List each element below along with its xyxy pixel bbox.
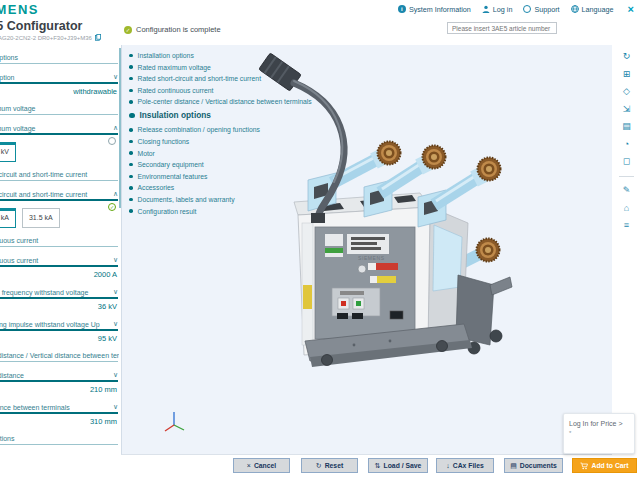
configuration-steps: Installation options Rated maximum volta…: [129, 52, 312, 219]
field-header[interactable]: Pole-center distance ∨: [0, 371, 118, 379]
field-header[interactable]: Rated maximum voltage ∧: [0, 124, 118, 132]
system-information-link[interactable]: i System Information: [398, 5, 471, 14]
documents-button[interactable]: ▤ Documents: [504, 458, 563, 473]
field-header[interactable]: Installation option ∨: [0, 73, 118, 81]
operations-counter: [390, 311, 403, 319]
off-button-red: [341, 301, 346, 306]
info-icon: i: [398, 5, 406, 13]
axes-triad: [165, 412, 184, 431]
option-chip[interactable]: 31.5 kA: [22, 208, 60, 228]
field-rated-maximum-voltage: Rated maximum voltage ∧ 12 kV: [0, 124, 118, 162]
support-link[interactable]: Support: [523, 5, 559, 14]
toolbar-divider: [619, 176, 634, 177]
field-header[interactable]: Rated short-circuit and short-time curre…: [0, 190, 118, 198]
reset-icon: ↻: [316, 462, 322, 470]
step-closing-functions[interactable]: Closing functions: [129, 138, 312, 145]
green-label-base: [325, 253, 343, 257]
viewer-menu-icon[interactable]: ≡: [620, 220, 634, 231]
radio-unselected-icon[interactable]: [108, 137, 116, 145]
field-value: 36 kV: [0, 299, 118, 311]
step-rated-maximum-voltage[interactable]: Rated maximum voltage: [129, 64, 312, 71]
step-release-combination[interactable]: Release combination / opening functions: [129, 126, 312, 133]
field-pole-center-distance: Pole-center distance ∨ 210 mm: [0, 371, 118, 394]
step-installation-options[interactable]: Installation options: [129, 52, 312, 59]
cancel-button[interactable]: × Cancel: [233, 458, 290, 473]
close-icon[interactable]: ×: [628, 4, 634, 14]
step-environmental-features[interactable]: Environmental features: [129, 173, 312, 180]
radio-selected-icon[interactable]: ✓: [108, 203, 116, 211]
pole-insulator-3: [434, 158, 501, 206]
login-for-price-link[interactable]: Log In for Price >: [569, 420, 629, 427]
field-header[interactable]: Rated power frequency withstand voltage …: [0, 288, 118, 296]
field-label: Pole-center distance: [0, 372, 24, 379]
sidebar-scrollbar[interactable]: [119, 48, 121, 208]
load-save-button[interactable]: ⇅ Load / Save: [368, 458, 428, 473]
field-installation-option: Installation option ∨ withdrawable: [0, 73, 118, 96]
green-label: [325, 248, 343, 253]
step-rated-continuous-current[interactable]: Rated continuous current: [129, 87, 312, 94]
chevron-down-icon[interactable]: ∨: [113, 454, 118, 455]
page-title: 3AE5 Configurator: [0, 19, 82, 33]
step-motor[interactable]: Motor: [129, 150, 312, 157]
orbit-view-icon[interactable]: ◇: [620, 86, 634, 97]
chevron-down-icon[interactable]: ∨: [113, 256, 118, 264]
rotate-view-icon[interactable]: ↻: [620, 51, 634, 62]
field-header[interactable]: Rated lightning impulse withstand voltag…: [0, 320, 118, 328]
step-label: Closing functions: [138, 138, 190, 145]
article-number-input[interactable]: [447, 22, 557, 34]
fit-view-icon[interactable]: ⇲: [620, 104, 634, 115]
step-bullet-icon: [129, 198, 133, 202]
step-bullet-icon: [129, 89, 133, 93]
load-save-label: Load / Save: [384, 462, 422, 469]
copy-icon[interactable]: [95, 34, 101, 41]
field-header[interactable]: Insulating shell standard design ∨: [0, 454, 118, 455]
step-bullet-icon: [129, 175, 133, 179]
chevron-up-icon[interactable]: ∧: [113, 124, 118, 132]
field-label: Installation option: [0, 74, 14, 81]
step-secondary-equipment[interactable]: Secondary equipment: [129, 161, 312, 168]
control-plate-label: [340, 291, 364, 295]
chevron-down-icon[interactable]: ∨: [113, 73, 118, 81]
cax-files-button[interactable]: ↓ CAx Files: [436, 458, 494, 473]
chevron-up-icon[interactable]: ∧: [113, 190, 118, 198]
section-view-icon[interactable]: ◔: [620, 139, 634, 150]
annotate-icon[interactable]: ✎: [620, 185, 634, 196]
on-button-green: [356, 301, 361, 306]
chevron-down-icon[interactable]: ∨: [113, 371, 118, 379]
step-rated-short-circuit[interactable]: Rated short-circuit and short-time curre…: [129, 75, 312, 82]
step-configuration-result[interactable]: Configuration result: [129, 208, 312, 215]
field-label: Rated power frequency withstand voltage: [0, 289, 88, 296]
option-chip[interactable]: 12 kV: [0, 142, 16, 162]
home-view-icon[interactable]: ⌂: [620, 203, 634, 214]
field-header[interactable]: Vertical distance between terminals ∨: [0, 403, 118, 411]
label-text-row: [351, 237, 385, 240]
login-link[interactable]: Log in: [482, 5, 513, 14]
field-header[interactable]: Rated continuous current ∨: [0, 256, 118, 264]
language-link[interactable]: Language: [571, 5, 614, 14]
zoom-window-icon[interactable]: ⊞: [620, 69, 634, 80]
chevron-down-icon[interactable]: ∨: [113, 320, 118, 328]
siemens-logo: SIEMENS: [0, 2, 39, 17]
reset-button[interactable]: ↻ Reset: [301, 458, 358, 473]
chevron-down-icon[interactable]: ∨: [113, 403, 118, 411]
label-text-row: [351, 242, 377, 245]
bolt: [389, 340, 392, 343]
step-accessories[interactable]: Accessories: [129, 184, 312, 191]
option-chip[interactable]: 25 kA: [0, 208, 16, 228]
step-bullet-icon: [129, 128, 133, 132]
price-card: Log In for Price > *: [563, 413, 635, 454]
bolt: [353, 344, 356, 347]
chevron-down-icon[interactable]: ∨: [113, 288, 118, 296]
step-insulation-options[interactable]: Insulation options: [129, 110, 312, 120]
field-value: withdrawable: [0, 84, 118, 96]
wireframe-icon[interactable]: ◻: [620, 156, 634, 167]
step-label: Environmental features: [138, 173, 208, 180]
step-pole-center-distance[interactable]: Pole-center distance / Vertical distance…: [129, 98, 312, 105]
step-label: Rated short-circuit and short-time curre…: [138, 75, 262, 82]
add-to-cart-button[interactable]: Add to Cart: [572, 458, 637, 473]
step-documents-labels-warranty[interactable]: Documents, labels and warranty: [129, 196, 312, 203]
section-pole-center-distance: Pole-center distance / Vertical distance…: [0, 352, 118, 362]
indicator-window-2: [352, 313, 363, 319]
truck-side-arm: [490, 277, 512, 295]
layers-icon[interactable]: ▤: [620, 121, 634, 132]
